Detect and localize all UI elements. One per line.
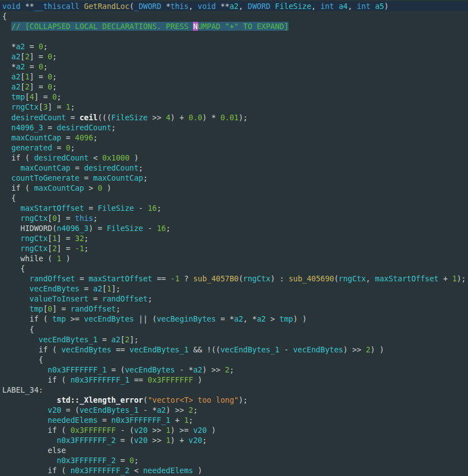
code-line[interactable]: randOffset = maxStartOffset == -1 ? sub_… xyxy=(2,274,468,284)
code-line[interactable]: vecEndBytes = a2[1]; xyxy=(2,284,468,294)
code-token: a4 xyxy=(339,2,348,11)
code-line[interactable]: else xyxy=(2,445,468,455)
code-token: 16 xyxy=(157,224,166,233)
code-token: = ( xyxy=(107,365,125,374)
code-line[interactable]: rngCtx[0] = this; xyxy=(2,213,468,223)
code-token: { xyxy=(2,12,7,21)
code-line[interactable]: countToGenerate = maxCountCap; xyxy=(2,173,468,183)
code-token xyxy=(371,2,375,11)
code-token: >> xyxy=(148,436,166,445)
code-line[interactable]: std::_Xlength_error("vector<T> too long"… xyxy=(2,395,468,405)
code-token: a2 xyxy=(229,2,238,11)
code-line[interactable]: rngCtx[1] = 32; xyxy=(2,233,468,243)
code-token: > xyxy=(84,183,97,192)
code-line[interactable]: neededElems = n0x3FFFFFFF_1 + 1; xyxy=(2,415,468,425)
code-line[interactable]: // [COLLAPSED LOCAL DECLARATIONS. PRESS … xyxy=(2,21,468,31)
code-token: , xyxy=(348,2,357,11)
code-token: ; xyxy=(193,406,197,414)
code-line[interactable]: while ( 1 ) xyxy=(2,253,468,263)
code-token: n0x3FFFFFFF_2 xyxy=(70,466,130,475)
code-line[interactable]: vecEndBytes_1 = a2[2]; xyxy=(2,334,468,345)
code-token: -1 xyxy=(75,244,84,253)
code-token: else xyxy=(2,446,66,455)
code-token xyxy=(2,204,21,213)
code-line[interactable]: if ( vecEndBytes == vecEndBytes_1 && !((… xyxy=(2,345,468,355)
code-line[interactable]: n4096_3 = desiredCount; xyxy=(2,122,468,133)
code-token: sub_405690 xyxy=(289,274,334,283)
code-token: 0 xyxy=(39,42,43,51)
code-token: n0x3FFFFFFF_1 xyxy=(111,416,171,425)
code-line[interactable]: { xyxy=(2,193,468,203)
code-token: maxStartOffset xyxy=(375,274,439,283)
code-token: HIDWORD( xyxy=(2,224,57,233)
code-line[interactable]: if ( 0x3FFFFFFF - (v20 >> 1) >= v20 ) xyxy=(2,425,468,435)
code-token: v20 xyxy=(134,426,148,435)
code-token: randOffset xyxy=(70,304,116,313)
code-line[interactable]: tmp[4] = 0; xyxy=(2,92,468,102)
code-line[interactable]: { xyxy=(2,324,468,334)
code-line[interactable]: maxCountCap = 4096; xyxy=(2,133,468,143)
code-token: desiredCount xyxy=(57,123,112,132)
code-line[interactable]: desiredCount = ceil(((FileSize >> 4) + 0… xyxy=(2,112,468,122)
code-line[interactable]: LABEL_34: xyxy=(2,385,468,395)
code-line[interactable]: maxCountCap = desiredCount; xyxy=(2,163,468,173)
code-token: countToGenerate xyxy=(11,173,79,182)
code-token: FileSize xyxy=(275,2,311,11)
code-line[interactable]: HIDWORD(n4096_3) = FileSize - 16; xyxy=(2,223,468,233)
code-line[interactable]: valueToInsert = randOffset; xyxy=(2,294,468,304)
code-token xyxy=(2,456,57,465)
code-line[interactable]: a2[2] = 0; xyxy=(2,82,468,92)
code-line[interactable]: *a2 = 0; xyxy=(2,41,468,51)
code-line[interactable]: n0x3FFFFFFF_2 = 0; xyxy=(2,455,468,465)
code-line[interactable]: { xyxy=(2,263,468,274)
code-line[interactable]: maxStartOffset = FileSize - 16; xyxy=(2,203,468,213)
code-token: ; xyxy=(229,365,234,374)
code-line[interactable] xyxy=(2,31,468,41)
code-token: a2 xyxy=(257,314,266,323)
code-token: 1 xyxy=(66,102,70,111)
code-line[interactable]: if ( desiredCount < 0x1000 ) xyxy=(2,153,468,163)
code-token: generated xyxy=(11,143,52,152)
code-token: ; xyxy=(52,52,56,61)
code-token: , xyxy=(239,2,248,11)
code-line[interactable]: if ( n0x3FFFFFFF_1 == 0x3FFFFFFF ) xyxy=(2,375,468,385)
code-token: < xyxy=(130,466,143,475)
code-line[interactable]: if ( n0x3FFFFFFF_2 < neededElems ) xyxy=(2,465,468,475)
code-token xyxy=(2,244,21,253)
code-token: std::_Xlength_error xyxy=(57,395,143,404)
code-line[interactable]: tmp[0] = randOffset; xyxy=(2,304,468,314)
code-line[interactable]: a2[2] = 0; xyxy=(2,51,468,62)
code-line[interactable]: { xyxy=(2,11,468,21)
code-line[interactable]: n0x3FFFFFFF_2 = (v20 >> 1) + v20; xyxy=(2,435,468,445)
code-line[interactable]: n0x3FFFFFFF_1 = (vecEndBytes - *a2) >> 2… xyxy=(2,365,468,375)
code-line[interactable]: v20 = (vecEndBytes_1 - *a2) >> 2; xyxy=(2,405,468,415)
code-token: FileSize xyxy=(107,224,143,233)
code-line[interactable]: void **__thiscall GetRandLoc(_DWORD *thi… xyxy=(0,1,468,11)
code-token: __thiscall xyxy=(34,2,79,11)
code-token: ) xyxy=(62,254,70,263)
code-token: rngCtx xyxy=(21,214,48,223)
code-token: ( xyxy=(239,274,243,283)
code-token xyxy=(2,72,11,81)
code-token: ( xyxy=(143,395,148,404)
code-line[interactable]: if ( tmp >= vecEndBytes || (vecBeginByte… xyxy=(2,314,468,324)
code-token: && !(( xyxy=(188,345,220,354)
code-token: sub_4057B0 xyxy=(193,274,238,283)
code-token: ) ) xyxy=(293,314,306,323)
code-line[interactable]: a2[1] = 0; xyxy=(2,72,468,82)
code-line[interactable]: rngCtx[2] = -1; xyxy=(2,243,468,253)
code-token: n4096_3 xyxy=(11,123,43,132)
code-token: desiredCount xyxy=(11,113,66,122)
code-line[interactable]: { xyxy=(2,355,468,365)
code-token: tmp xyxy=(52,314,65,323)
code-token: = ( xyxy=(62,406,80,414)
code-line[interactable]: generated = 0; xyxy=(2,143,468,153)
code-line[interactable]: rngCtx[3] = 1; xyxy=(2,102,468,112)
code-token xyxy=(2,335,39,344)
code-token: 1 xyxy=(452,274,457,283)
code-token: { xyxy=(2,355,43,364)
code-line[interactable]: if ( maxCountCap > 0 ) xyxy=(2,183,468,193)
code-token: 0 xyxy=(39,62,43,71)
code-line[interactable]: *a2 = 0; xyxy=(2,62,468,72)
code-token xyxy=(2,304,30,313)
